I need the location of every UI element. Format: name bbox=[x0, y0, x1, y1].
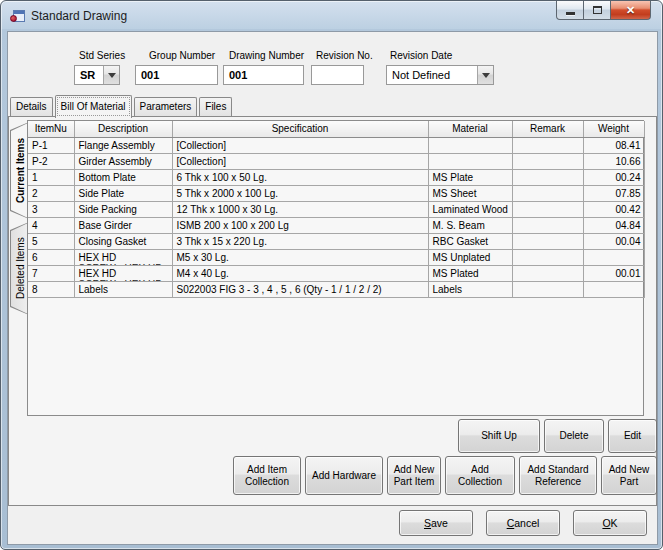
cell-material bbox=[428, 137, 512, 153]
column-header-specification[interactable]: Specification bbox=[172, 121, 428, 137]
cell-specification: M5 x 30 Lg. bbox=[172, 249, 428, 265]
cell-specification: [Collection] bbox=[172, 137, 428, 153]
add-standard-reference-button[interactable]: Add Standard Reference bbox=[519, 456, 597, 495]
save-button[interactable]: Save bbox=[399, 510, 473, 536]
maximize-button[interactable] bbox=[584, 1, 611, 20]
column-header-description[interactable]: Description bbox=[74, 121, 172, 137]
cell-description: Side Plate bbox=[74, 185, 172, 201]
cell-weight bbox=[583, 281, 644, 297]
table-row[interactable]: 7HEX HDSCREW - HEX HDM4 x 40 Lg.MS Plate… bbox=[28, 265, 644, 281]
revision-no-label: Revision No. bbox=[316, 50, 373, 61]
cell-itemnu: 5 bbox=[28, 233, 74, 249]
cell-description: Labels bbox=[74, 281, 172, 297]
cell-weight: 08.41 bbox=[583, 137, 644, 153]
revision-date-combo[interactable]: Not Defined bbox=[386, 65, 494, 85]
tab-bill-of-material[interactable]: Bill Of Material bbox=[55, 95, 132, 118]
cell-specification: [Collection] bbox=[172, 153, 428, 169]
maximize-icon bbox=[593, 6, 602, 14]
table-row[interactable]: 4Base GirderISMB 200 x 100 x 200 LgM. S.… bbox=[28, 217, 644, 233]
column-header-itemnu[interactable]: ItemNu bbox=[28, 121, 74, 137]
cell-itemnu: 2 bbox=[28, 185, 74, 201]
chevron-down-icon bbox=[482, 73, 490, 78]
cell-weight bbox=[583, 249, 644, 265]
cell-description: HEX HDSCREW - HEX HD bbox=[74, 249, 172, 265]
title-bar[interactable]: Standard Drawing ✕ bbox=[1, 1, 662, 31]
cell-remark bbox=[512, 201, 583, 217]
table-row[interactable]: 3Side Packing12 Thk x 1000 x 30 Lg.Lamin… bbox=[28, 201, 644, 217]
cell-description: Closing Gasket bbox=[74, 233, 172, 249]
cell-itemnu: 7 bbox=[28, 265, 74, 281]
cell-material: RBC Gasket bbox=[428, 233, 512, 249]
cell-remark bbox=[512, 265, 583, 281]
shift-up-button[interactable]: Shift Up bbox=[458, 419, 540, 453]
cell-specification: S022003 FIG 3 - 3 , 4 , 5 , 6 (Qty - 1 /… bbox=[172, 281, 428, 297]
close-icon: ✕ bbox=[626, 4, 635, 17]
group-number-label: Group Number bbox=[149, 50, 215, 61]
cell-description: Girder Assembly bbox=[74, 153, 172, 169]
table-row[interactable]: P-2Girder Assembly[Collection]10.66 bbox=[28, 153, 644, 169]
delete-button[interactable]: Delete bbox=[544, 419, 604, 453]
cell-material bbox=[428, 153, 512, 169]
drawing-number-input[interactable]: 001 bbox=[223, 65, 304, 85]
column-header-remark[interactable]: Remark bbox=[512, 121, 583, 137]
cell-material: MS Plated bbox=[428, 265, 512, 281]
grid-header-row: ItemNuDescriptionSpecificationMaterialRe… bbox=[28, 121, 644, 137]
cell-weight: 07.85 bbox=[583, 185, 644, 201]
column-header-weight[interactable]: Weight bbox=[583, 121, 644, 137]
cell-weight: 00.01 bbox=[583, 265, 644, 281]
cell-remark bbox=[512, 233, 583, 249]
chevron-down-icon bbox=[108, 73, 116, 78]
table-row[interactable]: 5Closing Gasket3 Thk x 15 x 220 Lg.RBC G… bbox=[28, 233, 644, 249]
std-series-dropdown-button[interactable] bbox=[103, 66, 119, 84]
cell-material: MS Sheet bbox=[428, 185, 512, 201]
table-row[interactable]: P-1Flange Assembly[Collection]08.41 bbox=[28, 137, 644, 153]
add-item-collection-button[interactable]: Add Item Collection bbox=[233, 456, 301, 495]
cell-material: MS Unplated bbox=[428, 249, 512, 265]
add-collection-button[interactable]: Add Collection bbox=[445, 456, 515, 495]
column-header-material[interactable]: Material bbox=[428, 121, 512, 137]
add-hardware-button[interactable]: Add Hardware bbox=[305, 456, 383, 495]
add-new-part-item-button[interactable]: Add New Part Item bbox=[387, 456, 441, 495]
cell-description: HEX HDSCREW - HEX HD bbox=[74, 265, 172, 281]
cell-description: Base Girder bbox=[74, 217, 172, 233]
cancel-button[interactable]: Cancel bbox=[486, 510, 560, 536]
cell-description: Flange Assembly bbox=[74, 137, 172, 153]
cell-remark bbox=[512, 281, 583, 297]
cell-remark bbox=[512, 153, 583, 169]
tab-details[interactable]: Details bbox=[10, 97, 53, 116]
std-series-combo[interactable]: SR bbox=[74, 65, 120, 85]
cell-specification: 5 Thk x 2000 x 100 Lg. bbox=[172, 185, 428, 201]
cell-remark bbox=[512, 137, 583, 153]
std-series-label: Std Series bbox=[79, 50, 125, 61]
tabpage-bill-of-material: Current Items Deleted Items ItemNuDescri… bbox=[8, 116, 657, 506]
cell-remark bbox=[512, 249, 583, 265]
cell-specification: 3 Thk x 15 x 220 Lg. bbox=[172, 233, 428, 249]
tab-strip: DetailsBill Of MaterialParametersFiles bbox=[10, 95, 234, 116]
cell-weight: 04.84 bbox=[583, 217, 644, 233]
tab-files[interactable]: Files bbox=[199, 97, 232, 116]
minimize-icon bbox=[566, 12, 575, 15]
cell-material: Labels bbox=[428, 281, 512, 297]
ok-button[interactable]: OK bbox=[573, 510, 647, 536]
revision-date-dropdown-button[interactable] bbox=[477, 66, 493, 84]
group-number-input[interactable]: 001 bbox=[135, 65, 218, 85]
cell-itemnu: 4 bbox=[28, 217, 74, 233]
cell-weight: 00.04 bbox=[583, 233, 644, 249]
cell-description: Bottom Plate bbox=[74, 169, 172, 185]
table-row[interactable]: 8LabelsS022003 FIG 3 - 3 , 4 , 5 , 6 (Qt… bbox=[28, 281, 644, 297]
cell-specification: M4 x 40 Lg. bbox=[172, 265, 428, 281]
cell-material: Laminated Wood bbox=[428, 201, 512, 217]
table-row[interactable]: 1Bottom Plate6 Thk x 100 x 50 Lg.MS Plat… bbox=[28, 169, 644, 185]
close-button[interactable]: ✕ bbox=[611, 1, 651, 20]
minimize-button[interactable] bbox=[556, 1, 584, 20]
tab-parameters[interactable]: Parameters bbox=[134, 97, 198, 116]
cell-material: MS Plate bbox=[428, 169, 512, 185]
revision-no-input[interactable] bbox=[311, 65, 364, 85]
cell-itemnu: 8 bbox=[28, 281, 74, 297]
table-row[interactable]: 6HEX HDSCREW - HEX HDM5 x 30 Lg.MS Unpla… bbox=[28, 249, 644, 265]
edit-button[interactable]: Edit bbox=[608, 419, 657, 453]
table-row[interactable]: 2Side Plate5 Thk x 2000 x 100 Lg.MS Shee… bbox=[28, 185, 644, 201]
cell-itemnu: P-1 bbox=[28, 137, 74, 153]
add-new-part-button[interactable]: Add New Part bbox=[601, 456, 657, 495]
cell-specification: 12 Thk x 1000 x 30 Lg. bbox=[172, 201, 428, 217]
